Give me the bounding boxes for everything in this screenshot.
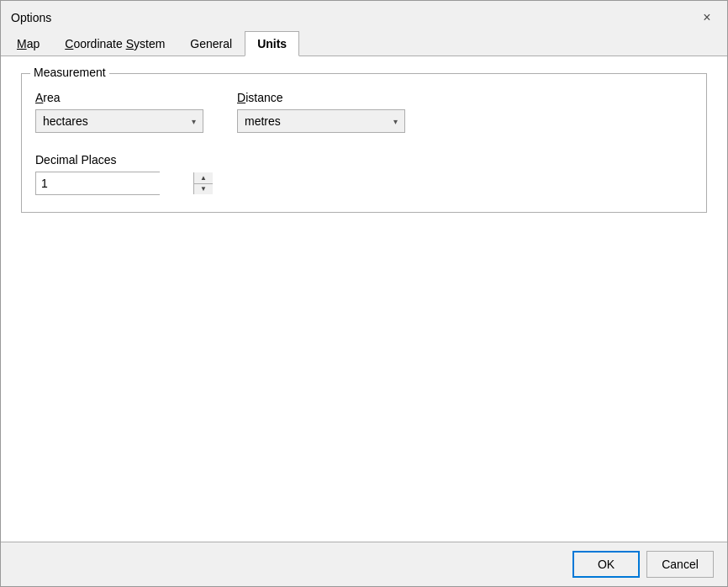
spinner-buttons: ▲ ▼ [193,172,213,194]
content-area: Measurement Area hectares ▾ [1,56,727,542]
area-label: Area [35,91,203,104]
tab-coordinate-system[interactable]: Coordinate System [52,31,177,56]
title-bar: Options × [1,1,727,31]
spinner-up-button[interactable]: ▲ [194,172,213,184]
tab-map[interactable]: Map [4,31,52,56]
tab-general[interactable]: General [177,31,245,56]
decimal-places-section: Decimal Places ▲ ▼ [35,153,693,195]
area-dropdown-arrow-icon: ▾ [192,117,196,126]
area-dropdown[interactable]: hectares ▾ [35,109,203,133]
close-button[interactable]: × [697,8,717,28]
decimal-places-input[interactable] [36,172,193,194]
distance-dropdown-arrow-icon: ▾ [393,117,398,126]
distance-dropdown[interactable]: metres ▾ [237,109,405,133]
distance-field-group: Distance metres ▾ [237,91,405,133]
decimal-places-label: Decimal Places [35,153,693,167]
measurement-group: Measurement Area hectares ▾ [21,73,707,213]
measurement-group-label: Measurement [30,66,109,79]
ok-button[interactable]: OK [572,551,640,578]
dialog-title: Options [11,11,51,24]
area-dropdown-value: hectares [43,114,185,128]
distance-dropdown-value: metres [245,114,387,128]
tab-bar: Map Coordinate System General Units [1,31,727,56]
decimal-places-spinner: ▲ ▼ [35,172,160,195]
footer: OK Cancel [1,542,727,586]
distance-label: Distance [237,91,405,104]
measurement-row: Area hectares ▾ Distance metres [35,91,693,133]
cancel-button[interactable]: Cancel [646,551,714,578]
area-field-group: Area hectares ▾ [35,91,203,133]
content-inner: Measurement Area hectares ▾ [1,56,727,542]
options-dialog: Options × Map Coordinate System General … [0,0,728,587]
tab-units-label: Units [257,37,287,50]
tab-units[interactable]: Units [245,31,299,56]
spinner-down-button[interactable]: ▼ [194,184,213,195]
